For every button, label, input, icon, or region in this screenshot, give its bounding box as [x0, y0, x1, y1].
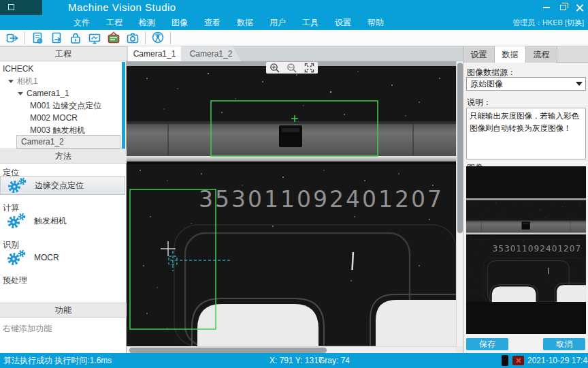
main-toolbar	[0, 30, 588, 46]
menu-detect[interactable]: 检测	[131, 15, 163, 30]
close-button[interactable]	[574, 3, 584, 12]
project-section-header: 工程	[0, 46, 127, 61]
status-datetime: 2021-10-29 17:48:35	[527, 353, 588, 368]
vertical-scrollbar[interactable]	[456, 61, 463, 346]
camera-tab-bar: Camera1_1 Camera1_2	[127, 46, 463, 61]
methods-section-header: 方法	[0, 149, 127, 164]
tab-camera1-1[interactable]: Camera1_1	[128, 46, 181, 61]
machine-vision-studio-window: Machine Vision Studio 文件 工程 检测 图像 查看 数据 …	[0, 0, 588, 368]
export-icon[interactable]	[49, 31, 64, 46]
toolbar-separator	[145, 32, 146, 44]
chevron-down-icon	[8, 80, 14, 83]
app-logo	[0, 0, 42, 15]
method-item-label: MOCR	[34, 253, 59, 262]
image-canvas[interactable]: 353011092401207	[127, 61, 456, 346]
gray-value: Gray: 74	[318, 353, 350, 368]
tree-node-module-m002[interactable]: M002 MOCR	[30, 112, 78, 124]
functions-section-header: 功能	[0, 303, 127, 318]
dropdown-caret[interactable]	[573, 78, 585, 90]
menu-project[interactable]: 工程	[98, 15, 131, 30]
chevron-down-icon	[18, 92, 23, 95]
image-source-value: 原始图像	[470, 79, 503, 89]
close-icon	[576, 4, 583, 12]
zoom-out-icon[interactable]	[287, 63, 297, 73]
app-title: Machine Vision Studio	[68, 1, 176, 13]
board-icon[interactable]	[106, 31, 121, 46]
right-panel-tab-bar: 设置 数据 流程	[463, 46, 588, 63]
scrollbar-corner	[456, 346, 463, 353]
toolbar-separator	[24, 32, 25, 44]
vertical-scrollbar-thumb[interactable]	[457, 63, 463, 233]
menu-tools[interactable]: 工具	[294, 15, 327, 30]
method-item-label: 边缘交点定位	[35, 180, 84, 191]
canvas-zoom-toolbar	[266, 62, 318, 74]
menu-image[interactable]: 图像	[163, 15, 196, 30]
menu-user[interactable]: 用户	[261, 15, 294, 30]
tree-node-label: 相机1	[17, 76, 38, 86]
save-button[interactable]: 保存	[466, 338, 508, 350]
method-item-mocr[interactable]: MOCR	[0, 248, 125, 267]
tab-camera1-2[interactable]: Camera1_2	[181, 46, 241, 61]
gears-icon	[4, 249, 30, 266]
menu-bar: 文件 工程 检测 图像 查看 数据 用户 工具 设置 帮助 管理员：HKEB […	[0, 15, 588, 30]
image-preview[interactable]	[466, 166, 586, 334]
tab-data[interactable]: 数据	[495, 46, 526, 63]
cursor-position: X: 791 Y: 1317	[270, 353, 323, 368]
gears-icon	[5, 177, 31, 194]
minimize-icon	[543, 7, 550, 8]
status-message: 算法执行成功 执行时间:1.6ms	[3, 353, 112, 368]
description-text: 只能输出灰度图像，若输入彩色图像则自动转换为灰度图像！	[466, 108, 586, 159]
error-indicator-icon[interactable]	[512, 356, 524, 365]
tab-settings[interactable]: 设置	[463, 46, 495, 63]
tree-scrollbar[interactable]	[122, 62, 125, 149]
method-item-edge-intersection[interactable]: 边缘交点定位	[0, 176, 125, 195]
right-panel: 设置 数据 流程 图像数据源： 原始图像 说明： 只能输出灰度图像，若输入彩色图…	[463, 46, 588, 353]
tree-node-camera1-2[interactable]: Camera1_2	[16, 135, 120, 149]
camera-image: 353011092401207	[127, 61, 456, 346]
toolbar-separator	[170, 32, 171, 44]
menu-help[interactable]: 帮助	[359, 15, 392, 30]
minimize-button[interactable]	[542, 3, 551, 12]
gears-icon	[4, 212, 30, 230]
menu-file[interactable]: 文件	[65, 15, 98, 30]
window-controls	[542, 0, 584, 15]
menu-data[interactable]: 数据	[229, 15, 261, 30]
restore-icon	[560, 5, 566, 10]
device-icon[interactable]	[502, 355, 508, 366]
project-settings-icon[interactable]	[30, 31, 45, 46]
tab-flow[interactable]: 流程	[526, 46, 557, 63]
method-category-preprocess: 预处理	[3, 275, 27, 286]
antenna-icon[interactable]	[150, 31, 165, 46]
cancel-button[interactable]: 取消	[543, 338, 585, 350]
open-project-icon[interactable]	[5, 31, 20, 46]
image-source-select[interactable]: 原始图像	[466, 77, 586, 91]
functions-hint: 右键添加功能	[3, 323, 52, 335]
display-icon[interactable]	[87, 31, 102, 46]
method-item-trigger-camera[interactable]: 触发相机	[0, 211, 125, 230]
preview-image	[466, 166, 586, 334]
tree-root-icheck[interactable]: ICHECK	[3, 63, 33, 75]
lock-icon[interactable]	[68, 31, 83, 46]
fit-screen-icon[interactable]	[304, 63, 314, 73]
tree-node-module-m001[interactable]: M001 边缘交点定位	[30, 99, 101, 112]
menu-settings[interactable]: 设置	[327, 15, 359, 30]
tree-node-camera1-1[interactable]: Camera1_1	[18, 87, 69, 99]
zoom-in-icon[interactable]	[270, 63, 280, 73]
left-panel: 工程 ICHECK 相机1 Camera1_1 M001 边缘交点定位 M002…	[0, 46, 127, 353]
status-bar: 算法执行成功 执行时间:1.6ms X: 791 Y: 1317 Gray: 7…	[0, 353, 588, 368]
title-bar: Machine Vision Studio	[0, 0, 588, 15]
description-label: 说明：	[467, 97, 491, 108]
chevron-down-icon	[576, 82, 583, 86]
horizontal-scrollbar-thumb[interactable]	[129, 348, 327, 353]
camera-icon[interactable]	[125, 31, 140, 46]
tree-node-label: Camera1_1	[27, 89, 69, 98]
restore-button[interactable]	[558, 3, 568, 12]
method-item-label: 触发相机	[34, 215, 67, 227]
current-user-label[interactable]: 管理员：HKEB [切换]	[512, 15, 584, 30]
logo-icon	[8, 4, 14, 10]
horizontal-scrollbar[interactable]	[127, 346, 456, 353]
tree-node-camera-group[interactable]: 相机1	[8, 75, 38, 87]
menu-view[interactable]: 查看	[196, 15, 229, 30]
